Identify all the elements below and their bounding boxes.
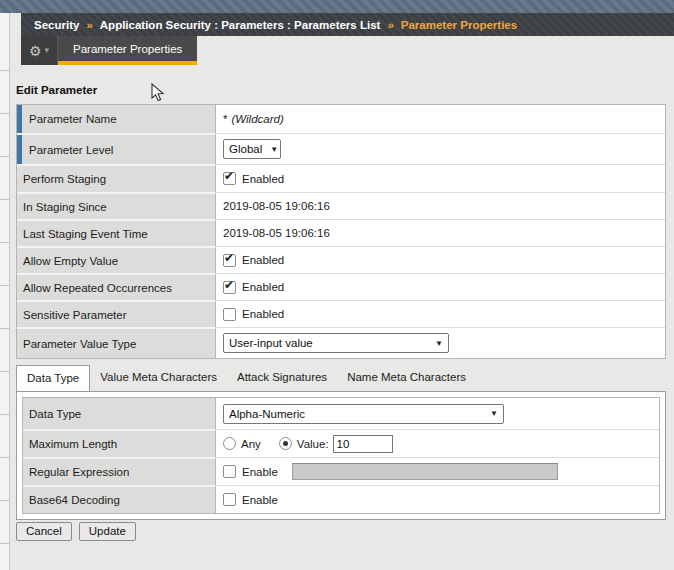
breadcrumb-chevron-icon: » xyxy=(86,19,92,31)
sensitive-parameter-label: Sensitive Parameter xyxy=(17,300,216,327)
table-row: Last Staging Event Time 2019-08-05 19:06… xyxy=(17,219,665,246)
data-type-panel: Data Type Alpha-Numeric ▼ Maximum Length… xyxy=(16,391,666,520)
selected-option: Alpha-Numeric xyxy=(229,408,305,420)
select-arrow-icon: ▼ xyxy=(270,145,278,154)
cancel-button[interactable]: Cancel xyxy=(16,522,72,541)
table-row: Allow Empty Value Enabled xyxy=(17,246,665,273)
breadcrumb-chevron-icon: » xyxy=(387,19,393,31)
radio-label-any: Any xyxy=(241,438,261,450)
allow-repeated-occurrences-checkbox[interactable] xyxy=(223,281,236,294)
left-nav-strip xyxy=(0,13,10,570)
table-row: Parameter Level Global ▼ xyxy=(17,133,665,164)
data-type-select[interactable]: Alpha-Numeric ▼ xyxy=(223,404,504,424)
radio-label-value: Value: xyxy=(297,438,329,450)
table-row: Data Type Alpha-Numeric ▼ xyxy=(23,398,659,429)
table-row: Base64 Decoding Enable xyxy=(23,485,659,513)
allow-empty-value-checkbox[interactable] xyxy=(223,254,236,267)
parameter-value-type-value: User-input value ▼ xyxy=(216,327,665,358)
table-row: Sensitive Parameter Enabled xyxy=(17,300,665,327)
parameter-level-select[interactable]: Global ▼ xyxy=(223,139,281,159)
select-arrow-icon: ▼ xyxy=(490,409,498,418)
checkbox-label: Enable xyxy=(242,494,278,506)
allow-repeated-occurrences-value: Enabled xyxy=(216,273,665,300)
regular-expression-label: Regular Expression xyxy=(23,457,216,485)
page-title: Edit Parameter xyxy=(16,84,97,96)
maximum-length-any-radio[interactable] xyxy=(223,437,236,450)
breadcrumb-current: Parameter Properties xyxy=(401,19,517,31)
table-row: Perform Staging Enabled xyxy=(17,164,665,192)
data-type-label: Data Type xyxy=(23,398,216,429)
sensitive-parameter-checkbox[interactable] xyxy=(223,308,236,321)
update-button[interactable]: Update xyxy=(79,522,136,541)
perform-staging-value: Enabled xyxy=(216,164,665,192)
tab-name-meta-characters[interactable]: Name Meta Characters xyxy=(337,365,476,390)
in-staging-since-label: In Staging Since xyxy=(17,192,216,219)
regular-expression-checkbox[interactable] xyxy=(223,465,236,478)
maximum-length-value-radio[interactable] xyxy=(279,437,292,450)
data-type-tab-group: Data Type Value Meta Characters Attack S… xyxy=(16,364,476,390)
caret-down-icon: ▾ xyxy=(45,46,50,55)
data-type-table: Data Type Alpha-Numeric ▼ Maximum Length… xyxy=(22,397,660,514)
breadcrumb: Security » Application Security : Parame… xyxy=(21,13,674,36)
tab-value-meta-characters[interactable]: Value Meta Characters xyxy=(90,365,227,390)
table-row: Maximum Length Any Value: xyxy=(23,429,659,457)
tab-parameter-properties[interactable]: Parameter Properties xyxy=(58,36,197,65)
data-type-value: Alpha-Numeric ▼ xyxy=(216,398,659,429)
allow-repeated-occurrences-label: Allow Repeated Occurrences xyxy=(17,273,216,300)
parameter-name-value: * (Wildcard) xyxy=(216,105,665,133)
maximum-length-label: Maximum Length xyxy=(23,429,216,457)
checkbox-label: Enabled xyxy=(242,308,284,320)
checkbox-label: Enable xyxy=(242,466,278,478)
parameter-level-label: Parameter Level xyxy=(17,133,216,164)
base64-decoding-label: Base64 Decoding xyxy=(23,485,216,513)
tab-attack-signatures[interactable]: Attack Signatures xyxy=(227,365,337,390)
breadcrumb-section[interactable]: Security xyxy=(34,19,79,31)
regular-expression-value: Enable xyxy=(216,457,659,485)
perform-staging-checkbox[interactable] xyxy=(223,172,236,185)
perform-staging-label: Perform Staging xyxy=(17,164,216,192)
gear-menu-button[interactable]: ⚙ ▾ xyxy=(21,36,58,65)
wildcard-note: (Wildcard) xyxy=(231,113,283,125)
table-row: Parameter Value Type User-input value ▼ xyxy=(17,327,665,358)
top-banner xyxy=(0,0,674,13)
edit-parameter-table: Parameter Name * (Wildcard) Parameter Le… xyxy=(16,104,666,359)
parameter-value-type-select[interactable]: User-input value ▼ xyxy=(223,333,449,353)
last-staging-event-time-value: 2019-08-05 19:06:16 xyxy=(216,219,665,246)
regular-expression-input xyxy=(292,463,558,480)
maximum-length-value: Any Value: xyxy=(216,429,659,457)
base64-decoding-checkbox[interactable] xyxy=(223,493,236,506)
parameter-level-value: Global ▼ xyxy=(216,133,665,164)
mouse-cursor xyxy=(151,83,165,103)
maximum-length-input[interactable] xyxy=(333,435,393,453)
base64-decoding-value: Enable xyxy=(216,485,659,513)
checkbox-label: Enabled xyxy=(242,173,284,185)
parameter-name-label: Parameter Name xyxy=(17,105,216,133)
last-staging-event-time-label: Last Staging Event Time xyxy=(17,219,216,246)
allow-empty-value-value: Enabled xyxy=(216,246,665,273)
sensitive-parameter-value: Enabled xyxy=(216,300,665,327)
breadcrumb-path[interactable]: Application Security : Parameters : Para… xyxy=(100,19,381,31)
wildcard-star: * xyxy=(223,113,227,125)
table-row: Allow Repeated Occurrences Enabled xyxy=(17,273,665,300)
select-arrow-icon: ▼ xyxy=(435,339,443,348)
checkbox-label: Enabled xyxy=(242,254,284,266)
selected-option: User-input value xyxy=(229,337,313,349)
gear-icon: ⚙ xyxy=(29,44,42,58)
allow-empty-value-label: Allow Empty Value xyxy=(17,246,216,273)
checkbox-label: Enabled xyxy=(242,281,284,293)
in-staging-since-value: 2019-08-05 19:06:16 xyxy=(216,192,665,219)
table-row: In Staging Since 2019-08-05 19:06:16 xyxy=(17,192,665,219)
table-row: Regular Expression Enable xyxy=(23,457,659,485)
app-tab-bar: ⚙ ▾ Parameter Properties xyxy=(21,36,197,65)
parameter-value-type-label: Parameter Value Type xyxy=(17,327,216,358)
table-row: Parameter Name * (Wildcard) xyxy=(17,105,665,133)
action-buttons: Cancel Update xyxy=(16,522,136,541)
selected-option: Global xyxy=(229,143,262,155)
tab-data-type[interactable]: Data Type xyxy=(16,365,90,391)
